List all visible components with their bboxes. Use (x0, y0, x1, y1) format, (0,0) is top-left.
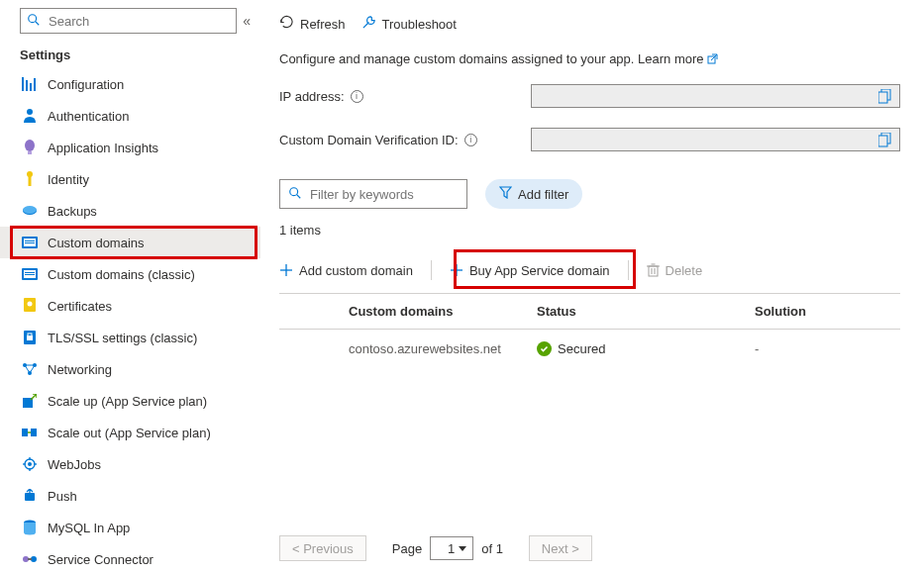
tls-ssl-icon (22, 330, 38, 345)
svg-rect-4 (30, 83, 32, 91)
ip-address-value (531, 84, 900, 108)
buy-app-service-domain-label: Buy App Service domain (469, 263, 610, 278)
status-text: Secured (558, 341, 605, 356)
svg-point-7 (25, 140, 35, 151)
copy-button[interactable] (872, 129, 899, 150)
filter-keywords-box[interactable] (279, 179, 467, 209)
webjobs-icon (22, 456, 38, 472)
ip-address-label: IP address: i (279, 89, 531, 104)
sidebar-item-push[interactable]: Push (0, 480, 260, 512)
sidebar-item-label: Backups (48, 204, 97, 219)
collapse-sidebar-icon[interactable]: « (243, 13, 251, 29)
mysql-icon (22, 520, 38, 535)
add-custom-domain-button[interactable]: Add custom domain (279, 263, 413, 278)
plus-icon (279, 263, 293, 277)
custom-domains-classic-icon (22, 266, 38, 282)
verification-id-label: Custom Domain Verification ID: i (279, 133, 531, 147)
sidebar-item-application-insights[interactable]: Application Insights (0, 132, 260, 163)
networking-icon (22, 361, 38, 377)
sidebar-item-label: Custom domains (classic) (48, 267, 195, 282)
sidebar-item-certificates[interactable]: Certificates (0, 290, 260, 322)
sidebar-item-tls-ssl[interactable]: TLS/SSL settings (classic) (0, 322, 260, 353)
sidebar-item-label: Service Connector (48, 552, 154, 567)
sidebar-item-mysql[interactable]: MySQL In App (0, 512, 260, 543)
filter-row: Add filter (279, 179, 900, 209)
sidebar-item-service-connector[interactable]: Service Connector (0, 543, 260, 573)
sidebar-item-scale-out[interactable]: Scale out (App Service plan) (0, 417, 260, 448)
toolbar: Refresh Troubleshoot (279, 8, 900, 40)
svg-rect-10 (29, 176, 32, 186)
svg-rect-31 (31, 429, 37, 436)
table-header-row: Custom domains Status Solution (279, 294, 900, 330)
col-status[interactable]: Status (537, 294, 755, 330)
sidebar-item-configuration[interactable]: Configuration (0, 68, 260, 100)
col-solution[interactable]: Solution (755, 294, 900, 330)
trash-icon (647, 263, 660, 277)
col-domain[interactable]: Custom domains (279, 294, 537, 330)
svg-point-33 (28, 462, 32, 466)
sidebar-item-label: Push (48, 489, 77, 504)
search-input[interactable] (47, 13, 230, 30)
item-count: 1 items (279, 223, 900, 238)
add-custom-domain-label: Add custom domain (299, 263, 413, 278)
svg-line-1 (36, 21, 40, 25)
search-box[interactable] (20, 8, 237, 34)
svg-rect-8 (28, 151, 32, 154)
sidebar-item-backups[interactable]: Backups (0, 195, 260, 227)
sidebar-item-scale-up[interactable]: Scale up (App Service plan) (0, 385, 260, 417)
cell-domain: contoso.azurewebsites.net (279, 330, 537, 369)
delete-button: Delete (647, 263, 703, 278)
push-icon (22, 488, 38, 504)
sidebar-item-authentication[interactable]: Authentication (0, 100, 260, 132)
info-icon[interactable]: i (464, 134, 477, 146)
search-icon (288, 186, 302, 203)
sidebar-item-label: Certificates (48, 299, 112, 314)
page-of: of 1 (481, 541, 503, 556)
sidebar-item-custom-domains-classic[interactable]: Custom domains (classic) (0, 258, 260, 290)
configuration-icon (22, 76, 38, 92)
refresh-button[interactable]: Refresh (279, 15, 346, 33)
copy-button[interactable] (872, 85, 899, 107)
svg-rect-5 (34, 78, 36, 91)
scale-up-icon (22, 393, 38, 409)
troubleshoot-button[interactable]: Troubleshoot (361, 15, 457, 33)
application-insights-icon (22, 140, 38, 155)
table-row[interactable]: contoso.azurewebsites.net Secured - (279, 330, 900, 369)
svg-point-22 (28, 302, 33, 307)
sidebar-item-custom-domains[interactable]: Custom domains (0, 227, 260, 258)
sidebar-item-label: Authentication (48, 109, 129, 124)
search-row: « (0, 8, 260, 44)
sidebar-item-networking[interactable]: Networking (0, 353, 260, 385)
sidebar: « Settings Configuration Authentication … (0, 0, 261, 573)
sidebar-section-header: Settings (0, 44, 260, 68)
scale-out-icon (22, 425, 38, 440)
sidebar-item-label: Identity (48, 172, 89, 187)
info-icon[interactable]: i (351, 90, 363, 103)
page-select[interactable]: 1 (430, 536, 473, 560)
sidebar-item-label: WebJobs (48, 457, 101, 472)
svg-rect-20 (25, 274, 35, 275)
page-value: 1 (448, 541, 455, 556)
cell-status: Secured (537, 330, 755, 369)
sidebar-item-label: Scale up (App Service plan) (48, 394, 207, 409)
buy-app-service-domain-button[interactable]: Buy App Service domain (450, 263, 610, 278)
sidebar-item-identity[interactable]: Identity (0, 163, 260, 195)
learn-more-label: Learn more (638, 51, 703, 66)
svg-line-49 (297, 194, 301, 198)
learn-more-link[interactable]: Learn more (638, 51, 718, 66)
add-filter-button[interactable]: Add filter (485, 179, 582, 209)
sidebar-item-label: Custom domains (48, 236, 145, 250)
troubleshoot-icon (361, 15, 376, 33)
domains-table: Custom domains Status Solution contoso.a… (279, 293, 900, 368)
identity-icon (22, 171, 38, 187)
filter-icon (499, 186, 512, 202)
service-connector-icon (22, 551, 38, 567)
sidebar-item-webjobs[interactable]: WebJobs (0, 448, 260, 480)
svg-point-6 (27, 109, 33, 115)
main-content: Refresh Troubleshoot Configure and manag… (261, 0, 924, 573)
filter-keywords-input[interactable] (308, 186, 478, 203)
description: Configure and manage custom domains assi… (279, 51, 900, 66)
ip-address-row: IP address: i (279, 84, 900, 108)
actions-row: Add custom domain Buy App Service domain… (279, 253, 900, 287)
sidebar-item-label: Networking (48, 362, 112, 377)
